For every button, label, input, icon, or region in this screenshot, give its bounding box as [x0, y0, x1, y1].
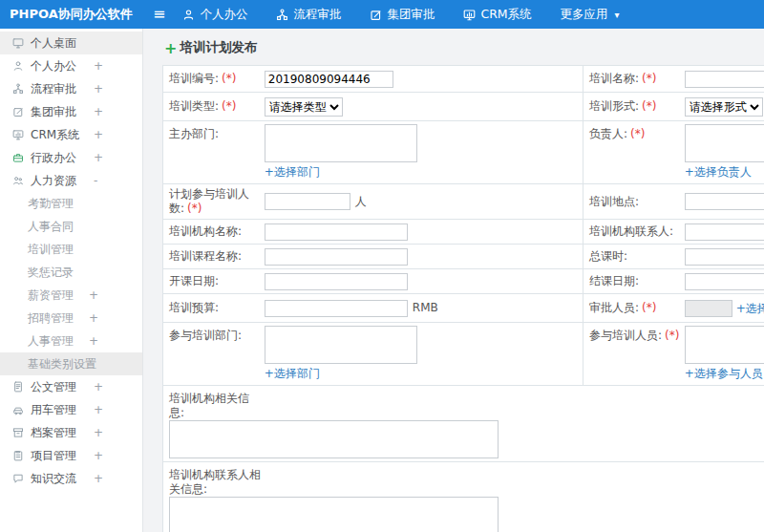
participant-count-label: 计划参与培训人数: — [169, 187, 249, 215]
required-mark: (*) — [665, 329, 679, 342]
select-dept-link[interactable]: +选择部门 — [265, 366, 320, 382]
sidebar-subitem-rewards[interactable]: 奖惩记录 — [0, 261, 142, 284]
total-hours-field[interactable] — [685, 248, 764, 266]
nav-label: 个人办公 — [200, 7, 247, 23]
expand-mark[interactable]: + — [94, 105, 103, 118]
sidebar-subitem-personnel[interactable]: 人事管理 + — [0, 330, 142, 352]
edit-square-icon — [12, 106, 31, 117]
expand-mark[interactable]: + — [94, 403, 103, 416]
host-dept-label: 主办部门: — [169, 127, 219, 140]
edit-square-icon — [370, 9, 382, 21]
participating-dept-textarea[interactable] — [265, 326, 417, 364]
select-personnel-link[interactable]: +选择参与人员 — [685, 366, 763, 382]
sidebar-item-crm[interactable]: CRM系统 + — [0, 123, 142, 146]
desktop-icon — [12, 37, 31, 49]
currency-label: RMB — [413, 301, 438, 314]
nav-process-approval[interactable]: 流程审批 — [276, 7, 341, 23]
app-logo: PHPOA协同办公软件 — [0, 6, 143, 23]
sidebar-item-process-approval[interactable]: 流程审批 + — [0, 77, 142, 100]
budget-field[interactable] — [265, 300, 408, 317]
sidebar-item-archives[interactable]: 档案管理 + — [0, 421, 142, 444]
select-approver-link[interactable]: +选择审批人员 — [736, 301, 764, 314]
participating-dept-label: 参与培训部门: — [169, 329, 242, 342]
main-content: + 培训计划发布 培训编号:(*) 培训名称:(*) 培训类型:(*) 请选择类… — [143, 29, 764, 532]
people-icon — [12, 175, 31, 186]
nav-crm[interactable]: CRM系统 — [463, 7, 531, 23]
training-code-label: 培训编号: — [169, 72, 219, 85]
expand-mark[interactable]: + — [94, 82, 103, 96]
course-name-field[interactable] — [265, 248, 408, 266]
monitor-icon — [463, 9, 476, 21]
required-mark: (*) — [630, 127, 645, 140]
archive-icon — [12, 427, 31, 438]
sidebar-subitem-base-category[interactable]: 基础类别设置 — [0, 352, 142, 375]
expand-mark[interactable]: + — [94, 449, 103, 462]
expand-mark[interactable]: + — [89, 311, 98, 325]
sidebar-item-vehicles[interactable]: 用车管理 + — [0, 398, 142, 421]
training-plan-form: 培训编号:(*) 培训名称:(*) 培训类型:(*) 请选择类型 培训形式:(*… — [162, 65, 764, 532]
expand-mark[interactable]: + — [94, 426, 103, 439]
topbar: PHPOA协同办公软件 ≡ 个人办公 流程审批 集团审批 CRM系统 更多应用 … — [0, 0, 764, 29]
nav-label: CRM系统 — [480, 7, 531, 23]
host-dept-textarea[interactable] — [265, 124, 417, 162]
select-leader-link[interactable]: +选择负责人 — [685, 164, 752, 181]
participating-personnel-textarea[interactable] — [685, 326, 764, 364]
participating-personnel-label: 参与培训人员: — [589, 329, 662, 342]
org-name-field[interactable] — [265, 223, 408, 241]
participant-count-field[interactable] — [265, 193, 350, 210]
leader-textarea[interactable] — [685, 124, 764, 162]
org-name-label: 培训机构名称: — [169, 224, 242, 238]
training-type-select[interactable]: 请选择类型 — [265, 97, 343, 117]
sidebar-item-personal-office[interactable]: 个人办公 + — [0, 54, 142, 77]
sidebar-item-hr[interactable]: 人力资源 - — [0, 169, 142, 192]
nav-personal-office[interactable]: 个人办公 — [182, 7, 247, 23]
location-field[interactable] — [685, 193, 764, 210]
chevron-down-icon: ▾ — [615, 10, 620, 20]
expand-mark[interactable]: + — [89, 288, 98, 302]
org-contact-info-textarea[interactable] — [169, 497, 499, 532]
menu-toggle-icon[interactable]: ≡ — [153, 7, 165, 22]
nav-more-apps[interactable]: 更多应用 ▾ — [561, 7, 620, 23]
nav-label: 更多应用 — [561, 7, 608, 23]
expand-mark[interactable]: + — [89, 334, 98, 348]
sidebar-item-documents[interactable]: 公文管理 + — [0, 375, 142, 398]
required-mark: (*) — [187, 202, 202, 215]
expand-mark[interactable]: + — [94, 59, 103, 73]
clipboard-icon — [12, 450, 31, 461]
expand-mark[interactable]: + — [94, 151, 103, 164]
nav-group-approval[interactable]: 集团审批 — [370, 7, 435, 23]
org-contact-field[interactable] — [685, 223, 764, 241]
sidebar-subitem-recruit[interactable]: 招聘管理 + — [0, 307, 142, 330]
sidebar-item-desktop[interactable]: 个人桌面 — [0, 32, 142, 54]
flow-icon — [12, 83, 31, 95]
sidebar-item-knowledge[interactable]: 知识交流 + — [0, 467, 142, 490]
select-dept-link[interactable]: +选择部门 — [265, 164, 320, 181]
sidebar-subitem-training[interactable]: 培训管理 — [0, 238, 142, 261]
approver-field[interactable] — [685, 300, 732, 317]
sidebar-item-group-approval[interactable]: 集团审批 + — [0, 100, 142, 123]
collapse-mark[interactable]: - — [94, 174, 97, 187]
expand-mark[interactable]: + — [94, 128, 103, 141]
approver-label: 审批人员: — [589, 301, 639, 314]
page-title: + 培训计划发布 — [164, 38, 764, 57]
add-icon: + — [164, 39, 177, 57]
training-code-field[interactable] — [265, 71, 393, 88]
org-info-textarea[interactable] — [169, 420, 499, 458]
sidebar-item-projects[interactable]: 项目管理 + — [0, 444, 142, 467]
sidebar-subitem-hr-contract[interactable]: 人事合同 — [0, 215, 142, 238]
sidebar-subitem-attendance[interactable]: 考勤管理 — [0, 192, 142, 215]
expand-mark[interactable]: + — [94, 380, 103, 394]
end-date-field[interactable] — [685, 273, 764, 290]
start-date-field[interactable] — [265, 273, 408, 290]
required-mark: (*) — [222, 99, 236, 113]
location-label: 培训地点: — [589, 195, 639, 208]
expand-mark[interactable]: + — [94, 472, 103, 485]
org-contact-label: 培训机构联系人: — [589, 224, 673, 238]
sidebar-subitem-salary[interactable]: 薪资管理 + — [0, 284, 142, 307]
briefcase-icon — [12, 152, 31, 163]
monitor-icon — [12, 129, 31, 140]
sidebar-item-admin-office[interactable]: 行政办公 + — [0, 146, 142, 169]
training-name-field[interactable] — [685, 71, 764, 88]
chat-icon — [12, 473, 31, 484]
training-form-select[interactable]: 请选择形式 — [685, 97, 763, 117]
